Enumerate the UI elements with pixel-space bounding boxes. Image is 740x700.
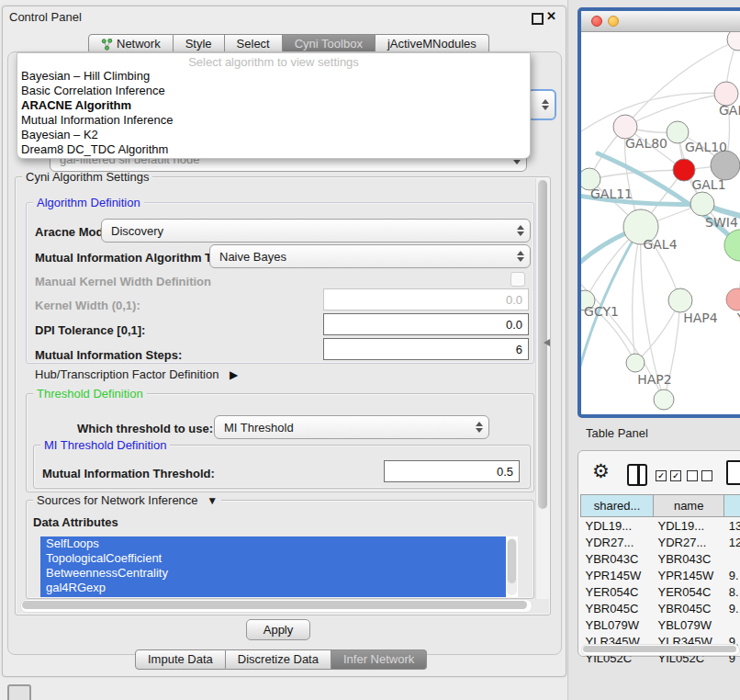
table-row[interactable]: YBR043CYBR043C [581,550,740,567]
table-cell: YDL19... [581,517,654,535]
table-horizontal-scrollbar[interactable] [581,644,740,656]
algorithm-option[interactable]: Bayesian – K2 [17,128,530,142]
network-edge[interactable] [633,227,641,363]
network-window-titlebar[interactable] [581,11,740,32]
column-header[interactable]: A [724,495,740,517]
float-window-icon[interactable] [532,13,544,25]
table-row[interactable]: YBR045CYBR045C9. [581,600,740,616]
sources-group-title[interactable]: Sources for Network Inference ▼ [33,493,221,507]
table-settings-gear-icon[interactable]: ⚙ [592,461,610,480]
table-cell: YPR145W [654,567,724,583]
mouse-cursor [544,339,550,346]
table-row[interactable]: YER054CYER054C8. [581,583,740,600]
table-cell: YDR27... [581,534,654,550]
column-header[interactable]: name [654,495,724,517]
table-row[interactable]: YDL19...YDL19...13 [581,517,740,535]
table-row[interactable]: YBL079WYBL079W [581,616,740,633]
column-view-icon[interactable] [627,464,647,486]
table-cell [724,616,740,633]
algorithm-option[interactable]: Mutual Information Inference [17,113,530,128]
tab-label: Style [185,35,212,53]
settings-horizontal-scrollbar[interactable] [20,599,533,613]
manual-kernel-checkbox[interactable] [510,272,525,287]
apply-button[interactable]: Apply [246,619,310,640]
network-edge[interactable] [581,93,726,141]
algorithm-definition-title: Algorithm Definition [33,196,144,209]
threshold-definition-title: Threshold Definition [33,387,147,401]
combo-value: Discovery [111,224,163,238]
algorithm-option[interactable]: Dream8 DC_TDC Algorithm [17,142,530,157]
tab-label: Infer Network [343,650,414,669]
inference-algorithm-combo-fragment[interactable] [527,89,556,120]
close-icon[interactable]: ✕ [546,9,556,23]
which-threshold-combo[interactable]: MI Threshold [214,415,489,439]
attribute-list-item[interactable]: SelfLoops [40,536,518,551]
network-node-swi4[interactable] [690,192,714,216]
table-cell: YBL079W [654,616,724,633]
close-traffic-light-icon[interactable] [591,16,602,27]
stepper-icon [476,422,482,433]
network-node[interactable] [711,151,740,180]
node-label: HAP4 [683,310,718,325]
mi-algorithm-type-combo[interactable]: Naive Bayes [209,244,531,268]
network-canvas[interactable]: GAL2GAL80GAL10GAL1GAL11SWI4GAL4GCY1HAP4Y… [581,32,740,414]
select-all-icon[interactable]: ✓ ✓ [656,470,681,481]
node-table[interactable]: shared...nameAYDL19...YDL19...13YDR27...… [580,494,740,666]
cyni-bottom-tabbar: Impute DataDiscretize DataInfer Network [135,649,427,670]
combo-value: MI Threshold [224,421,294,435]
network-node-hap4[interactable] [668,288,692,312]
table-cell: 13 [724,517,740,535]
settings-vertical-scrollbar[interactable] [535,178,549,599]
expand-triangle-icon: ▶ [230,368,238,381]
column-header[interactable]: shared... [581,495,654,517]
tab-discretize-data[interactable]: Discretize Data [226,649,331,670]
table-cell: 8. [724,583,740,600]
table-cell: YPR145W [581,567,654,583]
hub-definition-toggle[interactable]: Hub/Transcription Factor Definition ▶ [35,367,238,381]
network-node[interactable] [727,32,740,51]
new-table-icon[interactable] [726,460,740,485]
node-label: Y [736,310,740,325]
network-node-hap2[interactable] [626,354,645,372]
table-row[interactable]: YPR145WYPR145W9. [581,567,740,583]
panel-title: Control Panel [9,10,82,24]
list-scrollbar[interactable] [507,538,517,595]
stepper-icon [517,251,523,262]
node-label: GCY1 [584,304,619,319]
deselect-all-icon[interactable] [687,470,712,481]
attribute-list-item[interactable]: BetweennessCentrality [40,566,518,581]
table-row[interactable]: YDR27...YDR27...12 [581,534,740,550]
mi-steps-field[interactable]: 6 [323,338,529,360]
tab-label: Cyni Toolbox [295,35,363,53]
minimize-traffic-light-icon[interactable] [608,16,619,27]
aracne-mode-combo[interactable]: Discovery [101,219,531,243]
algorithm-option[interactable]: Basic Correlation Inference [17,84,530,98]
table-cell: YER054C [581,583,654,600]
dpi-tolerance-label: DPI Tolerance [0,1]: [35,323,145,337]
manual-kernel-label: Manual Kernel Width Definition [35,275,211,288]
minimized-panel-icon[interactable] [7,684,31,700]
scrollbar-thumb[interactable] [22,601,527,609]
network-node-y[interactable] [726,288,740,310]
tab-impute-data[interactable]: Impute Data [135,649,226,670]
mi-steps-label: Mutual Information Steps: [35,348,182,362]
node-label: HAP2 [637,372,671,387]
data-attributes-list[interactable]: SelfLoopsTopologicalCoefficientBetweenne… [40,536,518,597]
scrollbar-thumb[interactable] [583,646,736,652]
dpi-tolerance-field[interactable]: 0.0 [323,313,529,335]
attribute-list-item[interactable]: TopologicalCoefficient [40,551,518,566]
zoom-traffic-light-icon[interactable] [624,16,635,27]
network-node[interactable] [654,390,674,410]
mi-threshold-field[interactable]: 0.5 [384,460,520,482]
algorithm-option[interactable]: ARACNE Algorithm [17,98,530,113]
popup-placeholder: Select algorithm to view settings [17,55,530,69]
stepper-icon [542,99,548,110]
table-cell: YBR043C [654,550,724,567]
attribute-list-item[interactable]: gal4RGexp [40,581,518,595]
tab-infer-network[interactable]: Infer Network [331,649,427,670]
algorithm-option[interactable]: Bayesian – Hill Climbing [17,69,530,84]
network-view-window: GAL2GAL80GAL10GAL1GAL11SWI4GAL4GCY1HAP4Y… [577,7,740,418]
kernel-width-field[interactable]: 0.0 [323,288,529,310]
table-cell: YDR27... [654,534,724,550]
collapse-triangle-icon: ▼ [207,494,218,507]
